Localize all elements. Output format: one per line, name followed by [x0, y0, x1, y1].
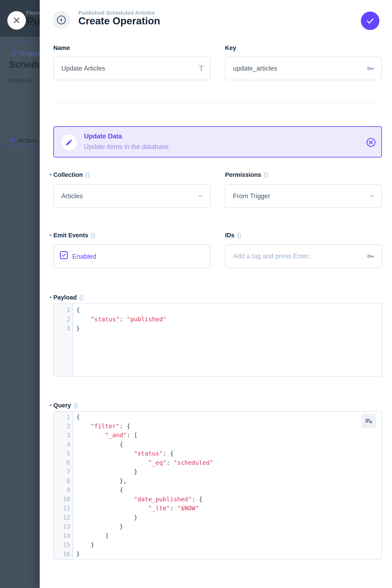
permissions-label: Permissions {} — [225, 171, 268, 178]
permissions-value: From Trigger — [233, 192, 368, 200]
operation-icon-circle — [52, 11, 70, 29]
ids-label-text: IDs — [225, 232, 234, 239]
checkmark-icon — [61, 252, 66, 258]
page-title: Create Operation — [78, 15, 160, 27]
section-divider — [53, 103, 382, 103]
required-dot — [50, 404, 52, 406]
braces-icon: {} — [264, 172, 268, 178]
chevron-down-icon — [197, 193, 204, 199]
trigger-card-cron-value: 15 * * * * — [9, 86, 40, 94]
ids-label: IDs {} — [225, 231, 242, 239]
braces-icon: {} — [85, 172, 90, 178]
braces-icon: {} — [74, 402, 78, 409]
text-title-icon: T — [199, 64, 204, 73]
braces-icon: {} — [237, 232, 242, 239]
trigger-bolt-icon — [10, 49, 16, 57]
payload-label-text: Payload — [53, 294, 77, 301]
banner-subtitle: Update items in the database — [84, 143, 169, 151]
pencil-icon — [65, 139, 73, 146]
ids-placeholder: Add a tag and press Enter... — [233, 252, 366, 260]
playlist-add-icon — [364, 417, 373, 425]
chevron-down-icon — [368, 193, 375, 199]
add-filter-button[interactable] — [361, 414, 376, 428]
required-dot — [50, 234, 52, 236]
key-label: Key — [225, 44, 236, 52]
key-value: update_articles — [233, 65, 366, 72]
query-label-text: Query — [53, 402, 71, 409]
collection-label-text: Collection — [53, 171, 83, 178]
banner-icon-circle — [61, 134, 77, 150]
braces-icon: {} — [79, 294, 84, 301]
operation-type-banner[interactable]: Update Data Update items in the database — [53, 126, 382, 157]
emit-events-checkbox-label[interactable]: Enabled — [72, 245, 96, 268]
braces-icon: {} — [91, 232, 95, 239]
check-icon — [365, 16, 375, 26]
query-gutter: 12345678910111213141516 — [54, 412, 73, 559]
emit-events-label-text: Emit Events — [53, 232, 88, 239]
query-code-editor[interactable]: 12345678910111213141516 { "filter": { "_… — [53, 411, 382, 560]
key-label-text: Key — [225, 44, 236, 51]
trigger-card-status[interactable]: Active — [10, 136, 40, 144]
key-icon — [366, 252, 375, 261]
query-code[interactable]: { "filter": { "_and": [ { "status": { "_… — [73, 412, 382, 559]
trigger-card[interactable]: Trigger Scheduled Interval 15 * * * * Ac… — [1, 43, 40, 146]
name-input[interactable]: Update Articles T — [53, 57, 210, 80]
payload-gutter: 123 — [54, 303, 73, 376]
name-label: Name — [53, 44, 70, 52]
permissions-label-text: Permissions — [225, 171, 261, 178]
trigger-card-title: Scheduled — [9, 59, 40, 70]
permissions-select[interactable]: From Trigger — [225, 184, 382, 208]
emit-events-label: Emit Events {} — [53, 231, 95, 239]
query-label: Query {} — [53, 402, 78, 409]
flows-page-title: Published Scheduled Articles — [27, 15, 40, 27]
emit-events-field: Enabled — [53, 244, 210, 268]
collection-value: Articles — [61, 192, 197, 200]
collection-label: Collection {} — [53, 171, 90, 178]
ids-tag-input[interactable]: Add a tag and press Enter... — [225, 244, 382, 268]
status-label: Active — [18, 136, 36, 144]
emit-events-checkbox[interactable] — [60, 251, 68, 259]
key-input[interactable]: update_articles — [225, 57, 382, 80]
create-operation-drawer: Published Scheduled Articles Create Oper… — [40, 0, 392, 588]
close-drawer-button[interactable] — [7, 11, 26, 29]
name-value: Update Articles — [61, 65, 199, 72]
bolt-circle-icon — [56, 15, 66, 25]
status-dot — [10, 138, 15, 143]
required-dot — [50, 174, 52, 176]
key-icon — [366, 64, 375, 73]
trigger-card-type-label: Trigger — [19, 49, 40, 57]
required-dot — [50, 296, 52, 298]
payload-code-editor[interactable]: 123 { "status": "published"} — [53, 303, 382, 377]
remove-operation-type-icon[interactable] — [366, 137, 376, 147]
flows-canvas-dot-grid — [0, 147, 40, 588]
name-label-text: Name — [53, 44, 70, 51]
banner-title: Update Data — [84, 132, 122, 140]
collection-select[interactable]: Articles — [53, 184, 210, 208]
payload-label: Payload {} — [53, 294, 84, 301]
payload-code[interactable]: { "status": "published"} — [73, 303, 382, 376]
close-icon — [12, 16, 21, 25]
flows-page-backdrop: Flows Published Scheduled Articles Trigg… — [0, 0, 40, 588]
save-button[interactable] — [361, 11, 380, 30]
trigger-card-field-label: Interval — [9, 76, 32, 85]
trigger-card-type: Trigger — [10, 49, 40, 57]
